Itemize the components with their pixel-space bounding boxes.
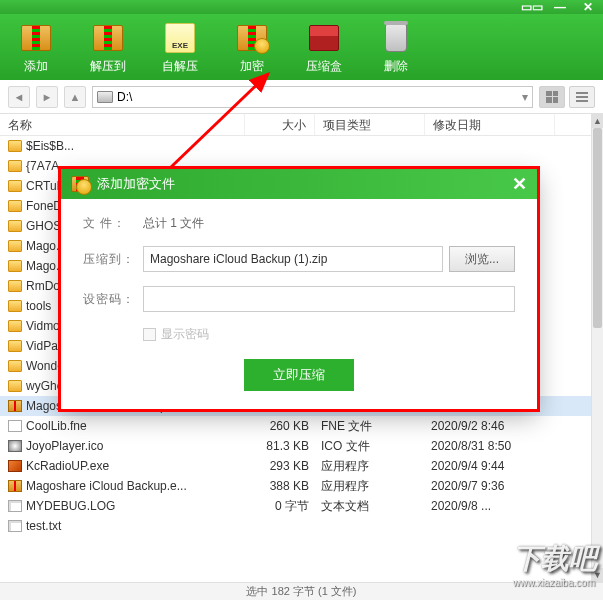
main-toolbar: 添加 解压到 EXE 自解压 加密 压缩盒 删除 (0, 14, 603, 80)
file-type: 文本文档 (315, 498, 425, 515)
file-icon (8, 360, 22, 372)
file-row[interactable]: Magoshare iCloud Backup.e...388 KB应用程序20… (0, 476, 591, 496)
file-type: FNE 文件 (315, 418, 425, 435)
file-name: JoyoPlayer.ico (26, 439, 103, 453)
add-label: 添加 (24, 58, 48, 75)
scroll-down-button[interactable]: ▼ (592, 568, 603, 582)
file-icon (8, 500, 22, 512)
file-icon (8, 240, 22, 252)
file-name: $Eis$B... (26, 139, 74, 153)
file-row[interactable]: KcRadioUP.exe293 KB应用程序2020/9/4 9:44 (0, 456, 591, 476)
col-size[interactable]: 大小 (245, 114, 315, 135)
close-window-button[interactable]: ✕ (581, 2, 595, 12)
file-name: KcRadioUP.exe (26, 459, 109, 473)
vertical-scrollbar[interactable]: ▲ ▼ (591, 114, 603, 582)
file-icon (8, 440, 22, 452)
file-icon (8, 520, 22, 532)
view-list-button[interactable] (569, 86, 595, 108)
delete-label: 删除 (384, 58, 408, 75)
dialog-title-icon (71, 176, 89, 192)
dialog-password-input[interactable] (143, 286, 515, 312)
file-row[interactable]: test.txt (0, 516, 591, 536)
dialog-close-button[interactable]: ✕ (512, 173, 527, 195)
add-archive-icon (18, 20, 54, 56)
file-icon (8, 320, 22, 332)
file-size: 293 KB (245, 459, 315, 473)
dialog-browse-button[interactable]: 浏览... (449, 246, 515, 272)
self-extract-button[interactable]: EXE 自解压 (144, 14, 216, 80)
nav-back-button[interactable]: ◄ (8, 86, 30, 108)
file-row[interactable]: JoyoPlayer.ico81.3 KBICO 文件2020/8/31 8:5… (0, 436, 591, 456)
file-name: tools (26, 299, 51, 313)
path-dropdown-icon[interactable]: ▾ (522, 90, 528, 104)
view-grid-button[interactable] (539, 86, 565, 108)
extract-to-button[interactable]: 解压到 (72, 14, 144, 80)
extract-icon (90, 20, 126, 56)
compact-mode-button[interactable]: ▭▭ (525, 2, 539, 12)
file-icon (8, 140, 22, 152)
file-icon (8, 420, 22, 432)
file-icon (8, 300, 22, 312)
file-type: ICO 文件 (315, 438, 425, 455)
scroll-thumb[interactable] (593, 128, 602, 328)
file-size: 0 字节 (245, 498, 315, 515)
col-type[interactable]: 项目类型 (315, 114, 425, 135)
file-size: 260 KB (245, 419, 315, 433)
dialog-title-text: 添加加密文件 (97, 175, 175, 193)
show-password-label: 显示密码 (161, 326, 209, 343)
nav-bar: ◄ ► ▲ D:\ ▾ (0, 80, 603, 114)
dialog-file-label: 文 件： (83, 215, 137, 232)
nav-forward-button[interactable]: ► (36, 86, 58, 108)
file-date: 2020/8/31 8:50 (425, 439, 555, 453)
encrypt-button[interactable]: 加密 (216, 14, 288, 80)
file-date: 2020/9/4 9:44 (425, 459, 555, 473)
encrypt-icon (234, 20, 270, 56)
file-icon (8, 200, 22, 212)
nav-up-button[interactable]: ▲ (64, 86, 86, 108)
minimize-button[interactable]: — (553, 2, 567, 12)
list-view-icon (576, 92, 588, 102)
dialog-file-count: 总计 1 文件 (143, 215, 204, 232)
extract-label: 解压到 (90, 58, 126, 75)
status-bar: 选中 182 字节 (1 文件) (0, 582, 603, 600)
col-date[interactable]: 修改日期 (425, 114, 555, 135)
encrypt-dialog: 添加加密文件 ✕ 文 件： 总计 1 文件 压缩到： 浏览... 设密码： 显示… (61, 169, 537, 409)
archive-box-button[interactable]: 压缩盒 (288, 14, 360, 80)
dialog-dest-input[interactable] (143, 246, 443, 272)
path-bar[interactable]: D:\ ▾ (92, 86, 533, 108)
column-headers: 名称 大小 项目类型 修改日期 (0, 114, 603, 136)
file-row[interactable]: CoolLib.fne260 KBFNE 文件2020/9/2 8:46 (0, 416, 591, 436)
path-text: D:\ (117, 90, 132, 104)
window-titlebar: ▭▭ — ✕ (0, 0, 603, 14)
file-icon (8, 280, 22, 292)
file-icon (8, 220, 22, 232)
file-icon (8, 460, 22, 472)
archive-box-label: 压缩盒 (306, 58, 342, 75)
file-row[interactable]: MYDEBUG.LOG0 字节文本文档2020/9/8 ... (0, 496, 591, 516)
file-size: 388 KB (245, 479, 315, 493)
grid-view-icon (546, 91, 558, 103)
file-date: 2020/9/2 8:46 (425, 419, 555, 433)
file-size: 81.3 KB (245, 439, 315, 453)
file-date: 2020/9/7 9:36 (425, 479, 555, 493)
status-text: 选中 182 字节 (1 文件) (246, 584, 356, 599)
add-button[interactable]: 添加 (0, 14, 72, 80)
file-name: MYDEBUG.LOG (26, 499, 115, 513)
file-row[interactable]: $Eis$B... (0, 136, 591, 156)
col-name[interactable]: 名称 (0, 114, 245, 135)
file-name: Magoshare iCloud Backup.e... (26, 479, 187, 493)
file-icon (8, 400, 22, 412)
file-icon (8, 380, 22, 392)
file-name: test.txt (26, 519, 61, 533)
file-icon (8, 340, 22, 352)
show-password-checkbox[interactable] (143, 328, 156, 341)
delete-button[interactable]: 删除 (360, 14, 432, 80)
file-icon (8, 260, 22, 272)
scroll-up-button[interactable]: ▲ (592, 114, 603, 128)
file-date: 2020/9/8 ... (425, 499, 555, 513)
file-type: 应用程序 (315, 478, 425, 495)
file-icon (8, 180, 22, 192)
dialog-submit-button[interactable]: 立即压缩 (244, 359, 354, 391)
chest-icon (306, 20, 342, 56)
trash-icon (378, 20, 414, 56)
